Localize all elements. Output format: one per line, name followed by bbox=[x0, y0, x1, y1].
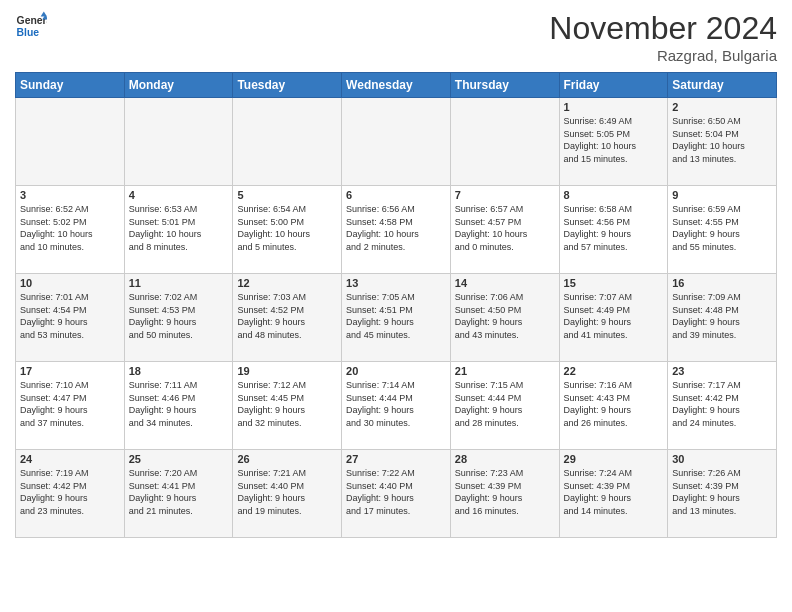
day-info: Sunrise: 7:20 AM Sunset: 4:41 PM Dayligh… bbox=[129, 467, 229, 517]
calendar-cell: 28Sunrise: 7:23 AM Sunset: 4:39 PM Dayli… bbox=[450, 450, 559, 538]
day-number: 11 bbox=[129, 277, 229, 289]
day-info: Sunrise: 7:21 AM Sunset: 4:40 PM Dayligh… bbox=[237, 467, 337, 517]
day-number: 28 bbox=[455, 453, 555, 465]
day-info: Sunrise: 7:11 AM Sunset: 4:46 PM Dayligh… bbox=[129, 379, 229, 429]
calendar-cell: 19Sunrise: 7:12 AM Sunset: 4:45 PM Dayli… bbox=[233, 362, 342, 450]
calendar-cell: 9Sunrise: 6:59 AM Sunset: 4:55 PM Daylig… bbox=[668, 186, 777, 274]
location: Razgrad, Bulgaria bbox=[549, 47, 777, 64]
weekday-header-wednesday: Wednesday bbox=[342, 73, 451, 98]
weekday-header-sunday: Sunday bbox=[16, 73, 125, 98]
calendar-cell: 30Sunrise: 7:26 AM Sunset: 4:39 PM Dayli… bbox=[668, 450, 777, 538]
day-info: Sunrise: 6:54 AM Sunset: 5:00 PM Dayligh… bbox=[237, 203, 337, 253]
logo-icon: General Blue bbox=[15, 10, 47, 42]
svg-marker-2 bbox=[41, 12, 47, 17]
calendar-cell bbox=[16, 98, 125, 186]
day-number: 21 bbox=[455, 365, 555, 377]
day-info: Sunrise: 7:02 AM Sunset: 4:53 PM Dayligh… bbox=[129, 291, 229, 341]
day-info: Sunrise: 7:05 AM Sunset: 4:51 PM Dayligh… bbox=[346, 291, 446, 341]
weekday-header-friday: Friday bbox=[559, 73, 668, 98]
calendar-cell: 20Sunrise: 7:14 AM Sunset: 4:44 PM Dayli… bbox=[342, 362, 451, 450]
calendar-cell: 26Sunrise: 7:21 AM Sunset: 4:40 PM Dayli… bbox=[233, 450, 342, 538]
day-info: Sunrise: 7:15 AM Sunset: 4:44 PM Dayligh… bbox=[455, 379, 555, 429]
calendar-cell: 2Sunrise: 6:50 AM Sunset: 5:04 PM Daylig… bbox=[668, 98, 777, 186]
calendar-cell: 6Sunrise: 6:56 AM Sunset: 4:58 PM Daylig… bbox=[342, 186, 451, 274]
calendar-week-2: 3Sunrise: 6:52 AM Sunset: 5:02 PM Daylig… bbox=[16, 186, 777, 274]
calendar-cell: 13Sunrise: 7:05 AM Sunset: 4:51 PM Dayli… bbox=[342, 274, 451, 362]
day-number: 19 bbox=[237, 365, 337, 377]
day-info: Sunrise: 7:24 AM Sunset: 4:39 PM Dayligh… bbox=[564, 467, 664, 517]
calendar-cell: 17Sunrise: 7:10 AM Sunset: 4:47 PM Dayli… bbox=[16, 362, 125, 450]
calendar-cell: 23Sunrise: 7:17 AM Sunset: 4:42 PM Dayli… bbox=[668, 362, 777, 450]
calendar-cell: 10Sunrise: 7:01 AM Sunset: 4:54 PM Dayli… bbox=[16, 274, 125, 362]
calendar-cell bbox=[450, 98, 559, 186]
svg-text:General: General bbox=[17, 15, 47, 26]
calendar-cell: 4Sunrise: 6:53 AM Sunset: 5:01 PM Daylig… bbox=[124, 186, 233, 274]
day-number: 6 bbox=[346, 189, 446, 201]
day-number: 17 bbox=[20, 365, 120, 377]
day-number: 30 bbox=[672, 453, 772, 465]
calendar-cell: 3Sunrise: 6:52 AM Sunset: 5:02 PM Daylig… bbox=[16, 186, 125, 274]
day-info: Sunrise: 7:01 AM Sunset: 4:54 PM Dayligh… bbox=[20, 291, 120, 341]
day-number: 14 bbox=[455, 277, 555, 289]
calendar-cell: 8Sunrise: 6:58 AM Sunset: 4:56 PM Daylig… bbox=[559, 186, 668, 274]
weekday-header-tuesday: Tuesday bbox=[233, 73, 342, 98]
calendar-cell: 1Sunrise: 6:49 AM Sunset: 5:05 PM Daylig… bbox=[559, 98, 668, 186]
calendar-cell: 21Sunrise: 7:15 AM Sunset: 4:44 PM Dayli… bbox=[450, 362, 559, 450]
day-number: 29 bbox=[564, 453, 664, 465]
calendar-cell: 18Sunrise: 7:11 AM Sunset: 4:46 PM Dayli… bbox=[124, 362, 233, 450]
calendar-cell: 22Sunrise: 7:16 AM Sunset: 4:43 PM Dayli… bbox=[559, 362, 668, 450]
weekday-header-thursday: Thursday bbox=[450, 73, 559, 98]
calendar-table: SundayMondayTuesdayWednesdayThursdayFrid… bbox=[15, 72, 777, 538]
day-info: Sunrise: 7:10 AM Sunset: 4:47 PM Dayligh… bbox=[20, 379, 120, 429]
calendar-cell bbox=[342, 98, 451, 186]
day-info: Sunrise: 7:23 AM Sunset: 4:39 PM Dayligh… bbox=[455, 467, 555, 517]
calendar-cell: 15Sunrise: 7:07 AM Sunset: 4:49 PM Dayli… bbox=[559, 274, 668, 362]
day-number: 9 bbox=[672, 189, 772, 201]
day-info: Sunrise: 7:14 AM Sunset: 4:44 PM Dayligh… bbox=[346, 379, 446, 429]
day-number: 20 bbox=[346, 365, 446, 377]
calendar-cell bbox=[124, 98, 233, 186]
title-block: November 2024 Razgrad, Bulgaria bbox=[549, 10, 777, 64]
calendar-cell: 14Sunrise: 7:06 AM Sunset: 4:50 PM Dayli… bbox=[450, 274, 559, 362]
calendar-week-4: 17Sunrise: 7:10 AM Sunset: 4:47 PM Dayli… bbox=[16, 362, 777, 450]
weekday-header-row: SundayMondayTuesdayWednesdayThursdayFrid… bbox=[16, 73, 777, 98]
svg-text:Blue: Blue bbox=[17, 27, 40, 38]
calendar-week-3: 10Sunrise: 7:01 AM Sunset: 4:54 PM Dayli… bbox=[16, 274, 777, 362]
month-title: November 2024 bbox=[549, 10, 777, 47]
day-info: Sunrise: 7:06 AM Sunset: 4:50 PM Dayligh… bbox=[455, 291, 555, 341]
page-container: General Blue November 2024 Razgrad, Bulg… bbox=[0, 0, 792, 543]
day-number: 13 bbox=[346, 277, 446, 289]
day-number: 4 bbox=[129, 189, 229, 201]
day-info: Sunrise: 6:49 AM Sunset: 5:05 PM Dayligh… bbox=[564, 115, 664, 165]
day-number: 16 bbox=[672, 277, 772, 289]
day-info: Sunrise: 7:03 AM Sunset: 4:52 PM Dayligh… bbox=[237, 291, 337, 341]
day-info: Sunrise: 6:59 AM Sunset: 4:55 PM Dayligh… bbox=[672, 203, 772, 253]
day-info: Sunrise: 6:56 AM Sunset: 4:58 PM Dayligh… bbox=[346, 203, 446, 253]
day-number: 24 bbox=[20, 453, 120, 465]
calendar-cell: 24Sunrise: 7:19 AM Sunset: 4:42 PM Dayli… bbox=[16, 450, 125, 538]
day-number: 1 bbox=[564, 101, 664, 113]
calendar-cell: 11Sunrise: 7:02 AM Sunset: 4:53 PM Dayli… bbox=[124, 274, 233, 362]
day-info: Sunrise: 7:16 AM Sunset: 4:43 PM Dayligh… bbox=[564, 379, 664, 429]
day-number: 27 bbox=[346, 453, 446, 465]
day-info: Sunrise: 7:22 AM Sunset: 4:40 PM Dayligh… bbox=[346, 467, 446, 517]
calendar-week-5: 24Sunrise: 7:19 AM Sunset: 4:42 PM Dayli… bbox=[16, 450, 777, 538]
calendar-cell: 25Sunrise: 7:20 AM Sunset: 4:41 PM Dayli… bbox=[124, 450, 233, 538]
day-info: Sunrise: 7:26 AM Sunset: 4:39 PM Dayligh… bbox=[672, 467, 772, 517]
day-info: Sunrise: 7:07 AM Sunset: 4:49 PM Dayligh… bbox=[564, 291, 664, 341]
calendar-cell: 29Sunrise: 7:24 AM Sunset: 4:39 PM Dayli… bbox=[559, 450, 668, 538]
day-number: 15 bbox=[564, 277, 664, 289]
day-info: Sunrise: 6:50 AM Sunset: 5:04 PM Dayligh… bbox=[672, 115, 772, 165]
calendar-cell: 16Sunrise: 7:09 AM Sunset: 4:48 PM Dayli… bbox=[668, 274, 777, 362]
day-info: Sunrise: 6:58 AM Sunset: 4:56 PM Dayligh… bbox=[564, 203, 664, 253]
calendar-cell: 5Sunrise: 6:54 AM Sunset: 5:00 PM Daylig… bbox=[233, 186, 342, 274]
calendar-cell: 7Sunrise: 6:57 AM Sunset: 4:57 PM Daylig… bbox=[450, 186, 559, 274]
calendar-cell: 27Sunrise: 7:22 AM Sunset: 4:40 PM Dayli… bbox=[342, 450, 451, 538]
calendar-week-1: 1Sunrise: 6:49 AM Sunset: 5:05 PM Daylig… bbox=[16, 98, 777, 186]
weekday-header-saturday: Saturday bbox=[668, 73, 777, 98]
day-number: 22 bbox=[564, 365, 664, 377]
day-number: 5 bbox=[237, 189, 337, 201]
logo: General Blue bbox=[15, 10, 47, 42]
day-number: 18 bbox=[129, 365, 229, 377]
day-number: 3 bbox=[20, 189, 120, 201]
